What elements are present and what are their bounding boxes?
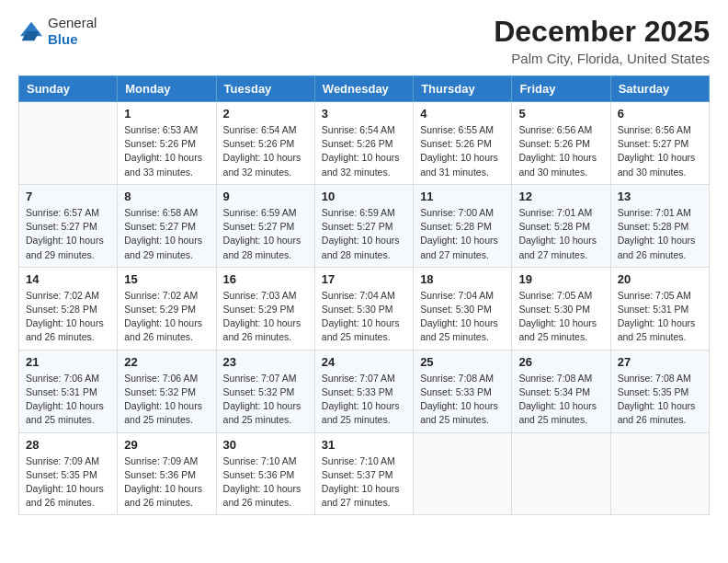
day-number: 19	[518, 272, 603, 286]
day-info: Sunrise: 7:09 AM Sunset: 5:35 PM Dayligh…	[26, 454, 110, 511]
day-info: Sunrise: 6:53 AM Sunset: 5:26 PM Dayligh…	[124, 123, 209, 179]
day-info: Sunrise: 7:01 AM Sunset: 5:28 PM Dayligh…	[518, 206, 603, 262]
day-info: Sunrise: 6:55 AM Sunset: 5:26 PM Dayligh…	[420, 123, 505, 179]
calendar-cell: 16Sunrise: 7:03 AM Sunset: 5:29 PM Dayli…	[216, 267, 314, 350]
calendar-cell: 11Sunrise: 7:00 AM Sunset: 5:28 PM Dayli…	[414, 184, 512, 267]
day-info: Sunrise: 7:08 AM Sunset: 5:33 PM Dayligh…	[420, 372, 505, 428]
day-info: Sunrise: 7:08 AM Sunset: 5:34 PM Dayligh…	[518, 372, 603, 428]
day-number: 4	[420, 107, 505, 121]
calendar-cell: 14Sunrise: 7:02 AM Sunset: 5:28 PM Dayli…	[19, 267, 118, 350]
day-number: 6	[618, 107, 702, 121]
page-header: General Blue December 2025 Palm City, Fl…	[18, 15, 710, 66]
logo: General Blue	[18, 15, 97, 48]
calendar-cell: 17Sunrise: 7:04 AM Sunset: 5:30 PM Dayli…	[314, 267, 413, 350]
location: Palm City, Florida, United States	[494, 51, 710, 66]
calendar-cell: 27Sunrise: 7:08 AM Sunset: 5:35 PM Dayli…	[610, 350, 709, 432]
calendar-table: SundayMondayTuesdayWednesdayThursdayFrid…	[18, 75, 710, 515]
calendar-cell: 5Sunrise: 6:56 AM Sunset: 5:26 PM Daylig…	[512, 102, 610, 185]
calendar-cell: 1Sunrise: 6:53 AM Sunset: 5:26 PM Daylig…	[118, 102, 216, 185]
day-of-week-header: Monday	[118, 76, 216, 102]
calendar-cell: 25Sunrise: 7:08 AM Sunset: 5:33 PM Dayli…	[414, 350, 512, 432]
day-number: 13	[618, 190, 702, 203]
logo-text-general: General	[48, 15, 97, 30]
day-info: Sunrise: 7:02 AM Sunset: 5:28 PM Dayligh…	[26, 289, 110, 345]
day-number: 8	[124, 190, 209, 203]
day-info: Sunrise: 7:02 AM Sunset: 5:29 PM Dayligh…	[124, 289, 209, 345]
day-number: 18	[420, 272, 505, 286]
day-number: 16	[223, 272, 308, 286]
calendar-cell: 10Sunrise: 6:59 AM Sunset: 5:27 PM Dayli…	[314, 184, 413, 267]
day-info: Sunrise: 7:05 AM Sunset: 5:31 PM Dayligh…	[618, 289, 702, 345]
title-block: December 2025 Palm City, Florida, United…	[494, 15, 710, 66]
day-info: Sunrise: 7:08 AM Sunset: 5:35 PM Dayligh…	[618, 372, 702, 428]
calendar-cell: 19Sunrise: 7:05 AM Sunset: 5:30 PM Dayli…	[512, 267, 610, 350]
calendar-week-row: 7Sunrise: 6:57 AM Sunset: 5:27 PM Daylig…	[19, 184, 710, 267]
day-number: 21	[26, 355, 110, 369]
calendar-header-row: SundayMondayTuesdayWednesdayThursdayFrid…	[19, 76, 710, 102]
day-info: Sunrise: 6:54 AM Sunset: 5:26 PM Dayligh…	[322, 123, 406, 179]
calendar-cell: 26Sunrise: 7:08 AM Sunset: 5:34 PM Dayli…	[512, 350, 610, 432]
calendar-cell: 12Sunrise: 7:01 AM Sunset: 5:28 PM Dayli…	[512, 184, 610, 267]
day-of-week-header: Sunday	[19, 76, 118, 102]
calendar-cell: 23Sunrise: 7:07 AM Sunset: 5:32 PM Dayli…	[216, 350, 314, 432]
calendar-cell: 24Sunrise: 7:07 AM Sunset: 5:33 PM Dayli…	[314, 350, 413, 432]
calendar-week-row: 21Sunrise: 7:06 AM Sunset: 5:31 PM Dayli…	[19, 350, 710, 432]
day-info: Sunrise: 7:07 AM Sunset: 5:33 PM Dayligh…	[322, 372, 406, 428]
calendar-week-row: 28Sunrise: 7:09 AM Sunset: 5:35 PM Dayli…	[19, 432, 710, 515]
month-title: December 2025	[494, 15, 710, 49]
day-info: Sunrise: 6:59 AM Sunset: 5:27 PM Dayligh…	[322, 206, 406, 262]
day-info: Sunrise: 7:10 AM Sunset: 5:36 PM Dayligh…	[223, 454, 308, 511]
calendar-cell	[414, 432, 512, 515]
day-info: Sunrise: 6:56 AM Sunset: 5:26 PM Dayligh…	[518, 123, 603, 179]
day-number: 23	[223, 355, 308, 369]
day-info: Sunrise: 6:59 AM Sunset: 5:27 PM Dayligh…	[223, 206, 308, 262]
day-of-week-header: Thursday	[414, 76, 512, 102]
day-info: Sunrise: 7:10 AM Sunset: 5:37 PM Dayligh…	[322, 454, 406, 511]
day-number: 24	[322, 355, 406, 369]
day-number: 22	[124, 355, 209, 369]
calendar-cell: 18Sunrise: 7:04 AM Sunset: 5:30 PM Dayli…	[414, 267, 512, 350]
day-info: Sunrise: 7:07 AM Sunset: 5:32 PM Dayligh…	[223, 372, 308, 428]
day-number: 12	[518, 190, 603, 203]
calendar-cell: 31Sunrise: 7:10 AM Sunset: 5:37 PM Dayli…	[314, 432, 413, 515]
calendar-cell: 4Sunrise: 6:55 AM Sunset: 5:26 PM Daylig…	[414, 102, 512, 185]
day-of-week-header: Friday	[512, 76, 610, 102]
day-number: 30	[223, 438, 308, 452]
calendar-week-row: 14Sunrise: 7:02 AM Sunset: 5:28 PM Dayli…	[19, 267, 710, 350]
day-info: Sunrise: 7:09 AM Sunset: 5:36 PM Dayligh…	[124, 454, 209, 511]
logo-icon	[18, 20, 44, 42]
day-number: 3	[322, 107, 406, 121]
calendar-cell: 30Sunrise: 7:10 AM Sunset: 5:36 PM Dayli…	[216, 432, 314, 515]
calendar-cell: 29Sunrise: 7:09 AM Sunset: 5:36 PM Dayli…	[118, 432, 216, 515]
day-number: 27	[618, 355, 702, 369]
day-info: Sunrise: 7:03 AM Sunset: 5:29 PM Dayligh…	[223, 289, 308, 345]
day-number: 26	[518, 355, 603, 369]
calendar-cell	[19, 102, 118, 185]
calendar-cell: 20Sunrise: 7:05 AM Sunset: 5:31 PM Dayli…	[610, 267, 709, 350]
calendar-cell: 3Sunrise: 6:54 AM Sunset: 5:26 PM Daylig…	[314, 102, 413, 185]
day-info: Sunrise: 7:06 AM Sunset: 5:31 PM Dayligh…	[26, 372, 110, 428]
calendar-cell: 28Sunrise: 7:09 AM Sunset: 5:35 PM Dayli…	[19, 432, 118, 515]
calendar-cell	[610, 432, 709, 515]
calendar-cell: 22Sunrise: 7:06 AM Sunset: 5:32 PM Dayli…	[118, 350, 216, 432]
day-info: Sunrise: 6:57 AM Sunset: 5:27 PM Dayligh…	[26, 206, 110, 262]
calendar-cell: 15Sunrise: 7:02 AM Sunset: 5:29 PM Dayli…	[118, 267, 216, 350]
day-of-week-header: Tuesday	[216, 76, 314, 102]
calendar-cell: 2Sunrise: 6:54 AM Sunset: 5:26 PM Daylig…	[216, 102, 314, 185]
day-info: Sunrise: 6:54 AM Sunset: 5:26 PM Dayligh…	[223, 123, 308, 179]
day-number: 31	[322, 438, 406, 452]
calendar-cell: 9Sunrise: 6:59 AM Sunset: 5:27 PM Daylig…	[216, 184, 314, 267]
calendar-cell: 21Sunrise: 7:06 AM Sunset: 5:31 PM Dayli…	[19, 350, 118, 432]
day-info: Sunrise: 7:05 AM Sunset: 5:30 PM Dayligh…	[518, 289, 603, 345]
day-number: 1	[124, 107, 209, 121]
day-of-week-header: Wednesday	[314, 76, 413, 102]
day-info: Sunrise: 7:04 AM Sunset: 5:30 PM Dayligh…	[420, 289, 505, 345]
day-number: 17	[322, 272, 406, 286]
day-number: 20	[618, 272, 702, 286]
day-number: 29	[124, 438, 209, 452]
day-info: Sunrise: 6:58 AM Sunset: 5:27 PM Dayligh…	[124, 206, 209, 262]
calendar-cell: 8Sunrise: 6:58 AM Sunset: 5:27 PM Daylig…	[118, 184, 216, 267]
calendar-cell: 7Sunrise: 6:57 AM Sunset: 5:27 PM Daylig…	[19, 184, 118, 267]
day-info: Sunrise: 7:01 AM Sunset: 5:28 PM Dayligh…	[618, 206, 702, 262]
day-number: 25	[420, 355, 505, 369]
